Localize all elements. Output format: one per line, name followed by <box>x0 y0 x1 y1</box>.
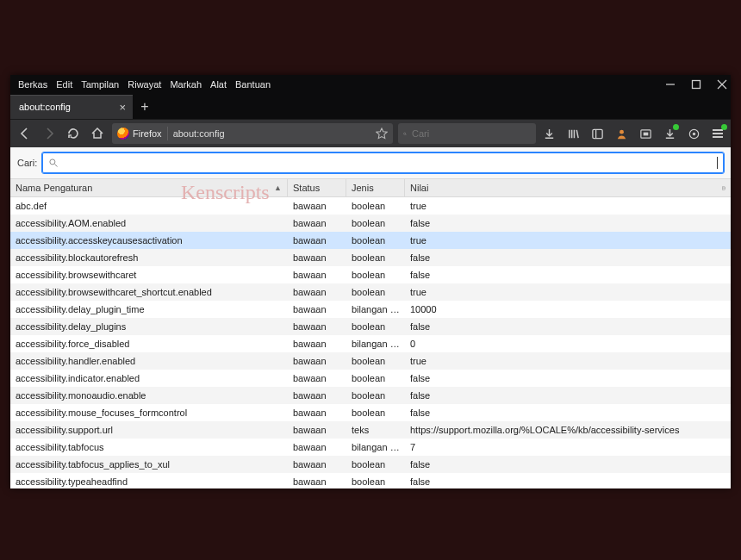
download-indicator-button[interactable] <box>662 126 677 141</box>
table-row[interactable]: accessibility.force_disabledbawaanbilang… <box>10 335 731 352</box>
table-row[interactable]: accessibility.browsewithcaretbawaanboole… <box>10 266 731 283</box>
search-bar[interactable] <box>398 123 536 144</box>
table-row[interactable]: accessibility.tabfocus_applies_to_xulbaw… <box>10 456 731 473</box>
search-icon <box>403 128 407 140</box>
svg-rect-10 <box>643 132 648 135</box>
svg-line-5 <box>406 134 407 135</box>
identity-label: Firefox <box>133 128 162 139</box>
cell-name: accessibility.delay_plugins <box>10 321 288 332</box>
menu-item[interactable]: Edit <box>52 79 77 90</box>
toolbar-icons <box>541 126 725 141</box>
cell-type: bilangan bulat <box>346 304 405 314</box>
search-input[interactable] <box>412 128 531 139</box>
table-row[interactable]: accessibility.delay_plugin_timebawaanbil… <box>10 301 731 318</box>
new-tab-button[interactable]: + <box>133 95 157 119</box>
cell-value: true <box>405 287 717 297</box>
table-row[interactable]: accessibility.browsewithcaret_shortcut.e… <box>10 283 731 301</box>
forward-button[interactable] <box>40 124 59 143</box>
cell-value: true <box>405 201 717 211</box>
col-picker[interactable] <box>717 179 731 196</box>
cell-name: accessibility.accesskeycausesactivation <box>10 235 288 246</box>
sidebar-button[interactable] <box>589 126 605 141</box>
account-button[interactable] <box>613 126 629 141</box>
col-name[interactable]: Nama Pengaturan▲ <box>10 179 288 196</box>
window-controls <box>665 79 727 90</box>
table-row[interactable]: accessibility.accesskeycausesactivationb… <box>10 232 731 249</box>
menu-item[interactable]: Riwayat <box>123 79 165 90</box>
cell-type: boolean <box>346 270 405 280</box>
cell-status: bawaan <box>288 459 346 470</box>
cell-name: accessibility.mouse_focuses_formcontrol <box>10 408 288 418</box>
cell-status: bawaan <box>288 270 346 280</box>
firefox-icon <box>117 128 129 140</box>
cell-value: false <box>405 270 717 280</box>
menubar: BerkasEditTampilanRiwayatMarkahAlatBantu… <box>10 75 731 94</box>
pref-search-input[interactable] <box>64 157 715 169</box>
sort-asc-icon: ▲ <box>274 184 282 192</box>
pref-search-box[interactable] <box>42 152 724 173</box>
cell-type: boolean <box>346 235 405 246</box>
tab-strip: about:config × + <box>10 94 731 120</box>
tab-active[interactable]: about:config × <box>10 95 133 119</box>
column-picker-icon <box>722 184 725 193</box>
svg-rect-15 <box>722 186 725 189</box>
identity-box[interactable]: Firefox <box>117 128 162 140</box>
menu-item[interactable]: Alat <box>206 79 231 90</box>
col-value[interactable]: Nilai <box>405 179 717 196</box>
svg-point-12 <box>692 132 694 134</box>
menu-item[interactable]: Berkas <box>14 79 52 90</box>
cell-status: bawaan <box>288 390 346 401</box>
table-body[interactable]: abc.defbawaanbooleantrueaccessibility.AO… <box>10 197 731 488</box>
table-row[interactable]: accessibility.delay_pluginsbawaanboolean… <box>10 318 731 335</box>
extension-button[interactable] <box>686 126 701 141</box>
close-button[interactable] <box>717 79 727 90</box>
back-button[interactable] <box>16 124 34 143</box>
reload-button[interactable] <box>64 124 83 143</box>
table-row[interactable]: accessibility.typeaheadfindbawaanboolean… <box>10 473 731 488</box>
table-row[interactable]: accessibility.handler.enabledbawaanboole… <box>10 352 731 370</box>
cell-name: accessibility.support.url <box>10 425 288 435</box>
table-row[interactable]: accessibility.blockautorefreshbawaanbool… <box>10 249 731 266</box>
cell-value: true <box>405 356 717 366</box>
downloads-button[interactable] <box>541 126 557 141</box>
cell-type: teks <box>346 425 405 435</box>
table-row[interactable]: accessibility.AOM.enabledbawaanbooleanfa… <box>10 215 731 232</box>
table-row[interactable]: accessibility.monoaudio.enablebawaanbool… <box>10 387 731 404</box>
maximize-button[interactable] <box>691 79 701 90</box>
nav-toolbar: Firefox about:config <box>10 120 731 147</box>
cell-value: 7 <box>405 442 717 452</box>
browser-window: BerkasEditTampilanRiwayatMarkahAlatBantu… <box>10 75 731 488</box>
bookmark-star-icon[interactable] <box>376 128 388 140</box>
cell-name: accessibility.browsewithcaret_shortcut.e… <box>10 287 288 297</box>
table-row[interactable]: accessibility.mouse_focuses_formcontrolb… <box>10 404 731 421</box>
cell-type: boolean <box>346 373 405 383</box>
table-row[interactable]: abc.defbawaanbooleantrue <box>10 197 731 215</box>
url-bar[interactable]: Firefox about:config <box>112 123 393 144</box>
cell-value: false <box>405 476 717 487</box>
table-row[interactable]: accessibility.indicator.enabledbawaanboo… <box>10 370 731 387</box>
cell-name: accessibility.monoaudio.enable <box>10 390 288 401</box>
pref-table: Kenscripts Nama Pengaturan▲ Status Jenis… <box>10 178 731 488</box>
minimize-button[interactable] <box>665 79 676 90</box>
table-row[interactable]: accessibility.tabfocusbawaanbilangan bul… <box>10 439 731 456</box>
cell-type: boolean <box>346 218 405 228</box>
cell-type: boolean <box>346 459 405 470</box>
cell-value: false <box>405 408 717 418</box>
cell-value: true <box>405 235 717 246</box>
cell-name: accessibility.typeaheadfind <box>10 476 288 487</box>
table-row[interactable]: accessibility.support.urlbawaantekshttps… <box>10 421 731 439</box>
cell-status: bawaan <box>288 287 346 297</box>
tab-close-icon[interactable]: × <box>119 102 126 113</box>
menu-item[interactable]: Markah <box>165 79 206 90</box>
app-menu-button[interactable] <box>710 126 725 141</box>
home-button[interactable] <box>88 124 107 143</box>
col-status[interactable]: Status <box>288 179 346 196</box>
cell-status: bawaan <box>288 408 346 418</box>
col-type[interactable]: Jenis <box>346 179 405 196</box>
table-header: Nama Pengaturan▲ Status Jenis Nilai <box>10 178 731 197</box>
cell-value: false <box>405 390 717 401</box>
menu-item[interactable]: Bantuan <box>231 79 275 90</box>
menu-item[interactable]: Tampilan <box>77 79 123 90</box>
library-button[interactable] <box>565 126 581 141</box>
screenshot-button[interactable] <box>638 126 653 141</box>
